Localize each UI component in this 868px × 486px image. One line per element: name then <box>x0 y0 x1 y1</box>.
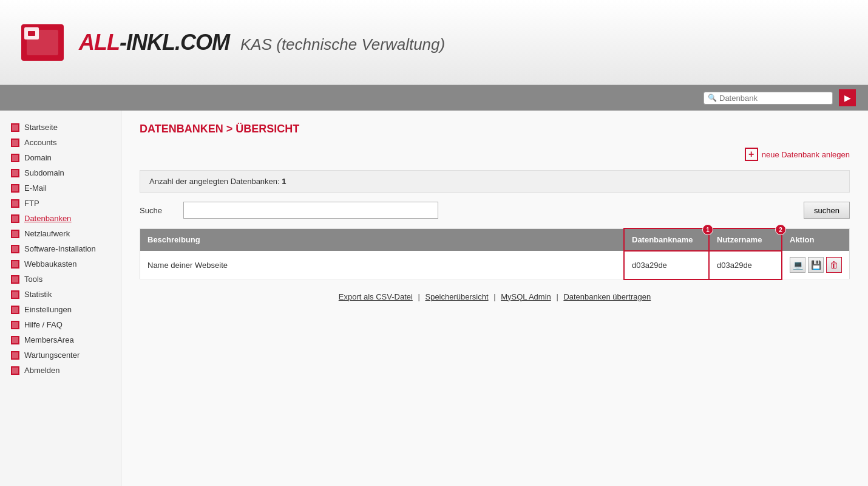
col-header-aktion: Aktion <box>782 228 850 251</box>
sidebar-item-email[interactable]: E-Mail <box>0 180 121 196</box>
sidebar-label-netzlaufwerk: Netzlaufwerk <box>24 229 70 238</box>
sidebar-item-ftp[interactable]: FTP <box>0 196 121 211</box>
sidebar-icon-hilfe-faq <box>11 321 19 329</box>
sidebar-icon-domain <box>11 154 19 162</box>
new-db-link-area[interactable]: + neue Datenbank anlegen <box>140 148 850 161</box>
sidebar-item-webbaukasten[interactable]: Webbaukasten <box>0 256 121 272</box>
sidebar-label-abmelden: Abmelden <box>24 366 60 375</box>
footer-separator: | <box>492 292 498 301</box>
search-row: Suche suchen <box>140 202 850 219</box>
col-header-beschreibung: Beschreibung <box>140 228 625 251</box>
sidebar-icon-accounts <box>11 139 19 147</box>
navbar: 🔍 ▶ <box>0 85 868 111</box>
sidebar-label-wartungscenter: Wartungscenter <box>24 351 80 360</box>
sidebar-item-datenbanken[interactable]: Datenbanken <box>0 211 121 226</box>
footer-link-export-csv[interactable]: Export als CSV-Datei <box>339 292 413 301</box>
table-header-row: Beschreibung Datenbankname 1 Nutzername … <box>140 228 850 251</box>
sidebar-icon-membersarea <box>11 336 19 344</box>
sidebar-icon-subdomain <box>11 169 19 177</box>
logo-text-area: ALL-INKL.COM KAS (technische Verwaltung) <box>79 30 445 55</box>
sidebar-item-netzlaufwerk[interactable]: Netzlaufwerk <box>0 226 121 241</box>
header: ALL-INKL.COM KAS (technische Verwaltung) <box>0 0 868 85</box>
sidebar-item-domain[interactable]: Domain <box>0 150 121 165</box>
sidebar-icon-netzlaufwerk <box>11 230 19 238</box>
table-body: Name deiner Webseited03a29ded03a29de💻💾🗑 <box>140 251 850 279</box>
action-icons: 💻💾🗑 <box>790 257 842 273</box>
sidebar-label-software-installation: Software-Installation <box>24 244 96 253</box>
search-submit-button[interactable]: ▶ <box>839 89 856 106</box>
sidebar-icon-wartungscenter <box>11 351 19 360</box>
page-title: DATENBANKEN > ÜBERSICHT <box>140 123 850 135</box>
sidebar-label-datenbanken: Datenbanken <box>24 214 71 223</box>
sidebar-label-startseite: Startseite <box>24 123 58 132</box>
content-wrapper: StartseiteAccountsDomainSubdomainE-MailF… <box>0 111 868 486</box>
main-content: DATENBANKEN > ÜBERSICHT + neue Datenbank… <box>121 111 868 486</box>
logo-area: ALL-INKL.COM KAS (technische Verwaltung) <box>18 21 445 64</box>
sidebar-item-abmelden[interactable]: Abmelden <box>0 363 121 378</box>
new-db-link[interactable]: neue Datenbank anlegen <box>762 150 850 159</box>
sidebar-item-statistik[interactable]: Statistik <box>0 287 121 302</box>
search-wrapper: 🔍 <box>704 92 833 104</box>
logo-icon <box>18 21 67 64</box>
sidebar-label-membersarea: MembersArea <box>24 335 74 344</box>
sidebar-item-wartungscenter[interactable]: Wartungscenter <box>0 347 121 363</box>
sidebar-label-hilfe-faq: Hilfe / FAQ <box>24 320 63 329</box>
brand-name: ALL-INKL.COM <box>79 30 229 55</box>
sidebar-label-statistik: Statistik <box>24 290 52 299</box>
database-table: Beschreibung Datenbankname 1 Nutzername … <box>140 228 850 280</box>
sidebar-icon-webbaukasten <box>11 260 19 269</box>
sidebar-label-domain: Domain <box>24 153 52 162</box>
sidebar-item-software-installation[interactable]: Software-Installation <box>0 241 121 256</box>
sidebar-icon-software-installation <box>11 245 19 253</box>
search-input-main[interactable] <box>183 202 438 219</box>
sidebar-icon-startseite <box>11 123 19 132</box>
sidebar-icon-abmelden <box>11 366 19 375</box>
footer-separator: | <box>416 292 422 301</box>
cell-nutzername: d03a29de <box>709 251 782 279</box>
sidebar-label-einstellungen: Einstellungen <box>24 305 72 314</box>
action-export-button[interactable]: 💾 <box>808 257 824 273</box>
sidebar-icon-einstellungen <box>11 306 19 314</box>
action-manage-button[interactable]: 💻 <box>790 257 805 273</box>
kas-subtitle: KAS (technische Verwaltung) <box>240 35 445 54</box>
sidebar-icon-statistik <box>11 290 19 299</box>
footer-link-mysql-admin[interactable]: MySQL Admin <box>501 292 551 301</box>
col-header-datenbankname: Datenbankname 1 <box>624 228 709 251</box>
search-icon: 🔍 <box>708 94 717 102</box>
sidebar-item-tools[interactable]: Tools <box>0 272 121 287</box>
sidebar-icon-ftp <box>11 199 19 208</box>
svg-rect-3 <box>28 31 35 36</box>
sidebar-label-tools: Tools <box>24 275 42 284</box>
cell-beschreibung: Name deiner Webseite <box>140 251 625 279</box>
sidebar-item-accounts[interactable]: Accounts <box>0 135 121 150</box>
sidebar-icon-tools <box>11 275 19 284</box>
sidebar: StartseiteAccountsDomainSubdomainE-MailF… <box>0 111 121 486</box>
info-bar-text: Anzahl der angelegten Datenbanken: 1 <box>149 177 287 186</box>
sidebar-item-hilfe-faq[interactable]: Hilfe / FAQ <box>0 317 121 332</box>
cell-aktion: 💻💾🗑 <box>782 251 850 279</box>
sidebar-label-accounts: Accounts <box>24 138 56 147</box>
sidebar-item-membersarea[interactable]: MembersArea <box>0 332 121 347</box>
search-button[interactable]: suchen <box>804 202 850 219</box>
cell-datenbankname: d03a29de <box>624 251 709 279</box>
footer-separator: | <box>554 292 561 301</box>
plus-icon: + <box>745 148 758 161</box>
sidebar-label-ftp: FTP <box>24 199 39 208</box>
info-bar: Anzahl der angelegten Datenbanken: 1 <box>140 170 850 193</box>
sidebar-label-email: E-Mail <box>24 183 47 193</box>
table-row: Name deiner Webseited03a29ded03a29de💻💾🗑 <box>140 251 850 279</box>
col-header-nutzername: Nutzername 2 <box>709 228 782 251</box>
sidebar-icon-email <box>11 184 19 193</box>
footer-link-speicher[interactable]: Speicherübersicht <box>425 292 488 301</box>
sidebar-label-subdomain: Subdomain <box>24 168 64 177</box>
sidebar-item-subdomain[interactable]: Subdomain <box>0 165 121 180</box>
sidebar-item-einstellungen[interactable]: Einstellungen <box>0 302 121 317</box>
sidebar-label-webbaukasten: Webbaukasten <box>24 259 77 269</box>
sidebar-item-startseite[interactable]: Startseite <box>0 120 121 135</box>
footer-links: Export als CSV-Datei | Speicherübersicht… <box>140 292 850 301</box>
sidebar-icon-datenbanken <box>11 214 19 223</box>
action-delete-button[interactable]: 🗑 <box>826 257 842 273</box>
search-input[interactable] <box>719 94 829 103</box>
search-label: Suche <box>140 206 176 215</box>
footer-link-datenbanken-uebertragen[interactable]: Datenbanken übertragen <box>563 292 651 301</box>
